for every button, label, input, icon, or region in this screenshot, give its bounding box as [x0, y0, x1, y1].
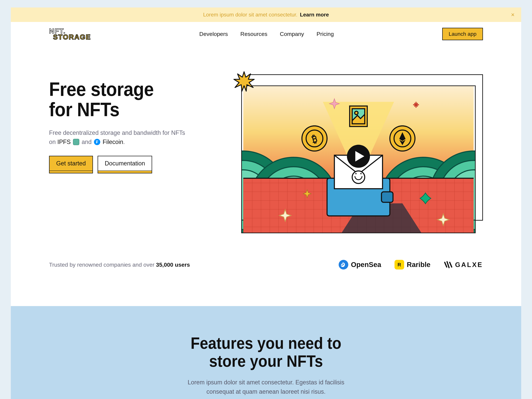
hero-description: Free decentralized storage and bandwidth… [49, 128, 187, 147]
ipfs-icon [73, 139, 79, 145]
logo-line2: STORAGE [49, 34, 91, 40]
starburst-icon [233, 71, 255, 92]
hero-title-line2: for NFTs [49, 100, 217, 120]
header: NFT. STORAGE Developers Resources Compan… [11, 22, 521, 46]
partner-rarible: R Rarible [394, 260, 431, 270]
get-started-button[interactable]: Get started [49, 156, 93, 171]
svg-point-20 [355, 173, 357, 174]
main-nav: Developers Resources Company Pricing [91, 31, 442, 37]
features-title-line2: store your NFTs [66, 352, 466, 370]
documentation-button[interactable]: Documentation [98, 156, 152, 171]
nav-company[interactable]: Company [280, 31, 304, 37]
nav-pricing[interactable]: Pricing [317, 31, 334, 37]
logo[interactable]: NFT. STORAGE [49, 28, 91, 40]
banner-text: Lorem ipsum dolor sit amet consectetur. [203, 12, 298, 18]
banner-learn-more-link[interactable]: Learn more [300, 12, 329, 18]
hero-title: Free storage for NFTs [49, 79, 217, 120]
announcement-banner: Lorem ipsum dolor sit amet consectetur. … [11, 7, 521, 22]
ethereum-coin-icon [390, 126, 415, 151]
banner-content: Lorem ipsum dolor sit amet consectetur. … [19, 12, 513, 18]
galxe-label: GALXE [455, 261, 483, 268]
launch-app-button[interactable]: Launch app [442, 28, 483, 40]
partner-opensea: OpenSea [339, 260, 381, 270]
opensea-label: OpenSea [351, 261, 381, 269]
bitcoin-coin-icon: ₿ [302, 126, 327, 151]
hero-illustration-svg: ₿ [242, 86, 475, 233]
rarible-icon: R [394, 260, 404, 270]
svg-point-21 [361, 173, 362, 174]
trusted-text: Trusted by renowned companies and over 3… [49, 261, 190, 268]
features-title-line1: Features you need to [66, 334, 466, 352]
illustration-front-frame: ₿ [241, 85, 476, 234]
hero-title-line1: Free storage [49, 79, 217, 100]
hero-illustration: ₿ [241, 73, 483, 233]
filecoin-icon [94, 139, 100, 145]
features-title: Features you need to store your NFTs [66, 334, 466, 370]
features-section: Features you need to store your NFTs Lor… [11, 306, 521, 399]
nav-resources[interactable]: Resources [241, 31, 267, 37]
trusted-section: Trusted by renowned companies and over 3… [11, 253, 521, 306]
partner-galxe: GALXE [444, 260, 483, 269]
close-icon[interactable]: × [511, 11, 514, 18]
hero-content: Free storage for NFTs Free decentralized… [49, 73, 231, 233]
illustration-wrapper: ₿ [241, 74, 483, 233]
filecoin-label: Filecoin [103, 139, 123, 145]
svg-point-19 [352, 171, 365, 184]
svg-point-29 [355, 111, 358, 114]
rarible-label: Rarible [407, 261, 431, 269]
cta-row: Get started Documentation [49, 156, 231, 171]
page: Lorem ipsum dolor sit amet consectetur. … [11, 7, 521, 399]
svg-rect-17 [381, 192, 393, 202]
opensea-icon [339, 260, 348, 270]
partner-logos: OpenSea R Rarible GALXE [190, 260, 483, 270]
hero-section: Free storage for NFTs Free decentralized… [11, 46, 521, 253]
picture-frame-icon [350, 106, 367, 127]
nav-developers[interactable]: Developers [199, 31, 228, 37]
features-description: Lorem ipsum dolor sit amet consectetur. … [179, 378, 353, 396]
ipfs-label: IPFS [57, 139, 71, 145]
user-count: 35,000 users [156, 261, 190, 268]
galxe-icon [444, 260, 452, 269]
